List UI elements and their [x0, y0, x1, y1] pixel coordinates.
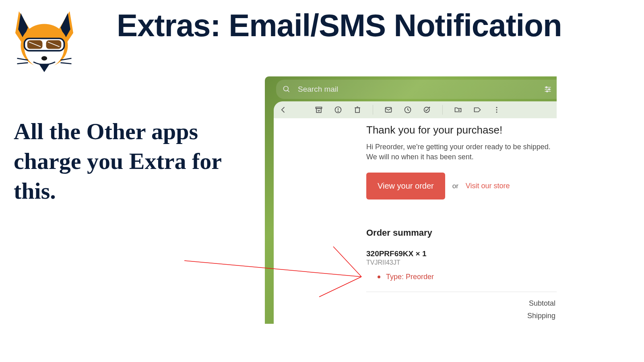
add-task-icon[interactable] [423, 106, 431, 114]
move-icon[interactable] [454, 106, 462, 114]
mail-body: Thank you for your purchase! Hi Preorder… [274, 118, 557, 324]
label-icon[interactable] [473, 106, 481, 114]
view-order-button[interactable]: View your order [366, 173, 445, 200]
svg-rect-20 [316, 109, 321, 113]
divider [366, 292, 557, 292]
svg-line-8 [17, 63, 28, 64]
svg-point-32 [496, 109, 497, 111]
svg-rect-24 [355, 108, 359, 113]
svg-point-23 [338, 111, 338, 111]
bullet-dot-icon [378, 276, 380, 278]
email-client: Search mail Thank you for your purchase!… [265, 76, 557, 324]
visit-store-link[interactable]: Visit our store [466, 182, 510, 190]
delete-icon[interactable] [353, 106, 361, 114]
order-summary-heading: Order summary [366, 228, 557, 238]
shipping-label: Shipping [366, 312, 555, 320]
back-icon[interactable] [279, 106, 287, 114]
search-icon [283, 85, 291, 93]
slide-copy: All the Other apps charge you Extra for … [14, 117, 239, 206]
svg-point-31 [496, 107, 497, 108]
fox-logo [8, 4, 80, 76]
search-bar[interactable]: Search mail [276, 80, 557, 99]
svg-line-10 [61, 63, 72, 64]
subtotal-label: Subtotal [366, 299, 555, 308]
toolbar-divider [373, 105, 373, 115]
svg-point-17 [549, 88, 550, 90]
search-placeholder: Search mail [298, 85, 338, 94]
svg-line-12 [288, 90, 289, 92]
archive-icon[interactable] [315, 106, 323, 114]
svg-point-6 [41, 56, 47, 61]
cta-row: View your order or Visit our store [366, 173, 557, 200]
mail-toolbar [274, 101, 557, 118]
svg-point-18 [547, 90, 548, 92]
order-sku: TVJRII43JT [366, 259, 557, 266]
toolbar-divider [442, 105, 443, 115]
mail-subject: Thank you for your purchase! [366, 124, 557, 136]
tune-icon[interactable] [544, 85, 552, 93]
mail-intro: Hi Preorder, we're getting your order re… [366, 142, 557, 162]
svg-point-16 [546, 86, 547, 88]
svg-point-28 [424, 107, 429, 112]
order-bullet-row: Type: Preorder [366, 273, 557, 281]
slide-title: Extras: Email/SMS Notification [117, 7, 562, 44]
more-icon[interactable] [493, 106, 501, 114]
svg-point-11 [284, 86, 289, 91]
or-text: or [452, 182, 458, 190]
spam-icon[interactable] [334, 106, 342, 114]
svg-point-33 [496, 111, 497, 113]
snooze-icon[interactable] [404, 106, 412, 114]
order-item: 320PRF69KX × 1 [366, 249, 557, 258]
order-bullet: Type: Preorder [386, 273, 434, 281]
mark-unread-icon[interactable] [384, 106, 392, 114]
